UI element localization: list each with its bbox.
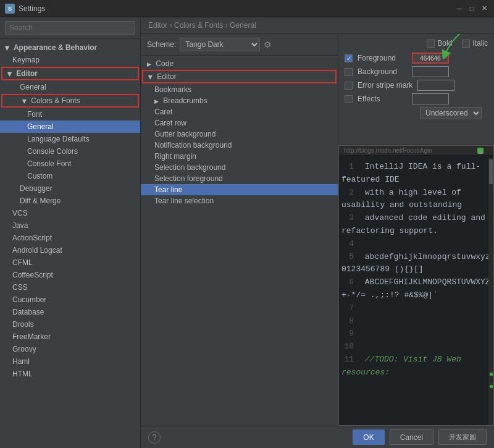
tree-item-selection-foreground[interactable]: Selection foreground: [141, 173, 338, 184]
tree-item-breadcrumbs[interactable]: ▶ Breadcrumbs: [141, 95, 338, 106]
effects-label: Effects: [358, 95, 407, 103]
background-row: Background: [345, 66, 488, 77]
sidebar-item-haml[interactable]: Haml: [0, 355, 140, 368]
sidebar-item-database[interactable]: Database: [0, 306, 140, 318]
foreground-label: Foreground: [358, 54, 407, 62]
help-button[interactable]: ?: [148, 431, 161, 444]
triangle-icon: ▶: [7, 72, 13, 77]
effects-color-swatch[interactable]: [412, 93, 449, 104]
effects-row: Effects: [345, 93, 488, 104]
effects-checkbox[interactable]: [345, 95, 353, 103]
tree-item-caret-row[interactable]: Caret row: [141, 117, 338, 129]
background-checkbox[interactable]: [345, 68, 353, 76]
title-bar: S Settings ─ □ ✕: [0, 0, 494, 17]
tree-item-tear-line[interactable]: Tear line: [141, 184, 338, 195]
sidebar-item-html[interactable]: HTML: [0, 368, 140, 380]
tree-item-gutter-background[interactable]: Gutter background: [141, 129, 338, 140]
foreground-color-swatch[interactable]: 464646: [412, 53, 449, 64]
code-line-7: 7: [341, 302, 491, 315]
sidebar-item-general2[interactable]: General: [0, 120, 140, 133]
title-bar-left: S Settings: [5, 4, 45, 14]
sidebar-item-diff-merge[interactable]: Diff & Merge: [0, 195, 140, 207]
sidebar-item-coffeescript[interactable]: CoffeeScript: [0, 269, 140, 281]
preview-header: http://blogs.msdn.net/FocusAgin ▲: [339, 146, 493, 156]
scheme-gear-icon[interactable]: ⚙: [264, 40, 272, 49]
background-color-swatch[interactable]: [412, 66, 449, 77]
italic-checkbox[interactable]: [462, 40, 470, 48]
sidebar-item-language-defaults[interactable]: Language Defaults: [0, 133, 140, 145]
bold-option: Bold: [427, 39, 452, 48]
preview-code: 1 IntelliJ IDEA is a full-featured IDE 2…: [339, 156, 493, 384]
sidebar-item-console-colors[interactable]: Console Colors: [0, 145, 140, 158]
bold-checkbox[interactable]: [427, 40, 435, 48]
sidebar-item-cucumber[interactable]: Cucumber: [0, 294, 140, 306]
search-box: [0, 17, 140, 39]
underline-select[interactable]: Underscored: [420, 107, 482, 119]
scheme-bar: Scheme: Tango Dark ⚙: [141, 34, 338, 56]
app-icon: S: [5, 4, 15, 14]
sidebar-item-console-font[interactable]: Console Font: [0, 158, 140, 170]
scrollbar[interactable]: [488, 158, 493, 425]
code-line-5: 5 abcdefghijklmnopqrstuvwxyz 0123456789 …: [341, 251, 491, 277]
sidebar-item-cfml[interactable]: CFML: [0, 256, 140, 269]
close-button[interactable]: ✕: [479, 4, 489, 14]
bottom-right: OK Cancel 开发家园: [353, 429, 487, 445]
main-layout: ▶ Appearance & Behavior Keymap ▶ Editor …: [0, 17, 494, 448]
bold-label: Bold: [437, 39, 452, 48]
sidebar-item-android-logcat[interactable]: Android Logcat: [0, 244, 140, 256]
error-stripe-checkbox[interactable]: [345, 82, 353, 90]
italic-label: Italic: [472, 39, 488, 48]
bottom-bar: ? OK Cancel 开发家园: [141, 426, 494, 448]
sidebar-item-editor[interactable]: ▶ Editor: [1, 67, 139, 80]
sidebar-item-debugger[interactable]: Debugger: [0, 182, 140, 195]
preview-area: http://blogs.msdn.net/FocusAgin ▲ 1 Inte…: [338, 145, 494, 426]
sidebar-item-css[interactable]: CSS: [0, 281, 140, 294]
preview-expand-icon[interactable]: ▲: [477, 148, 484, 154]
sidebar-item-java[interactable]: Java: [0, 219, 140, 232]
code-line-1: 1 IntelliJ IDEA is a full-featured IDE: [341, 161, 491, 187]
scroll-thumb[interactable]: [489, 159, 493, 184]
error-stripe-color-swatch[interactable]: [417, 80, 454, 91]
maximize-button[interactable]: □: [467, 4, 477, 14]
code-line-3: 3 advanced code editing and refactoring …: [341, 212, 491, 238]
tree-item-tear-line-selection[interactable]: Tear line selection: [141, 195, 338, 206]
tree-item-editor[interactable]: ▶ Editor: [142, 70, 337, 83]
sidebar-item-custom[interactable]: Custom: [0, 170, 140, 182]
search-input[interactable]: [5, 21, 135, 35]
window-title: Settings: [19, 4, 45, 13]
tree-item-selection-background[interactable]: Selection background: [141, 162, 338, 173]
sidebar-item-groovy[interactable]: Groovy: [0, 343, 140, 355]
minimize-button[interactable]: ─: [454, 4, 464, 14]
sidebar-item-appearance[interactable]: ▶ Appearance & Behavior: [0, 41, 140, 54]
sidebar-item-drools[interactable]: Drools: [0, 318, 140, 331]
code-line-9: 9: [341, 328, 491, 340]
sidebar-item-colors-fonts[interactable]: ▶ Colors & Fonts: [1, 94, 139, 108]
code-line-6: 6 ABCDEFGHIJKLMNOPQRSTUVWXYZ +-*/= .,;:!…: [341, 276, 491, 302]
sidebar-item-vcs[interactable]: VCS: [0, 207, 140, 219]
sidebar-item-keymap[interactable]: Keymap: [0, 54, 140, 66]
sidebar-item-actionscript[interactable]: ActionScript: [0, 232, 140, 244]
error-stripe-row: Error stripe mark: [345, 80, 488, 91]
tree-item-notification-background[interactable]: Notification background: [141, 140, 338, 151]
sidebar-item-general[interactable]: General: [0, 81, 140, 93]
foreground-checkbox[interactable]: ✓: [345, 54, 353, 62]
tree-item-right-margin[interactable]: Right margin: [141, 151, 338, 162]
code-line-4: 4: [341, 238, 491, 251]
tree-item-bookmarks[interactable]: Bookmarks: [141, 84, 338, 95]
preview-controls: ▲: [482, 148, 488, 154]
cancel-button[interactable]: Cancel: [390, 429, 433, 445]
tree-item-caret[interactable]: Caret: [141, 106, 338, 117]
ok-button[interactable]: OK: [353, 429, 384, 445]
indicator-green-1: [490, 373, 493, 376]
properties-section: Bold Italic ✓ Foreground: [338, 34, 494, 145]
scheme-select[interactable]: Tango Dark: [180, 38, 260, 51]
preview-url: http://blogs.msdn.net/FocusAgin: [344, 147, 432, 154]
background-label: Background: [358, 67, 407, 76]
sidebar-item-freemarker[interactable]: FreeMarker: [0, 331, 140, 343]
code-line-8: 8: [341, 315, 491, 328]
tree-item-code[interactable]: ▶ Code: [141, 58, 338, 69]
triangle-icon: ▶: [147, 61, 151, 67]
special-button[interactable]: 开发家园: [438, 429, 487, 445]
sidebar-item-font[interactable]: Font: [0, 108, 140, 120]
content-body: Scheme: Tango Dark ⚙ ▶ Code ▶ Edito: [141, 34, 494, 426]
